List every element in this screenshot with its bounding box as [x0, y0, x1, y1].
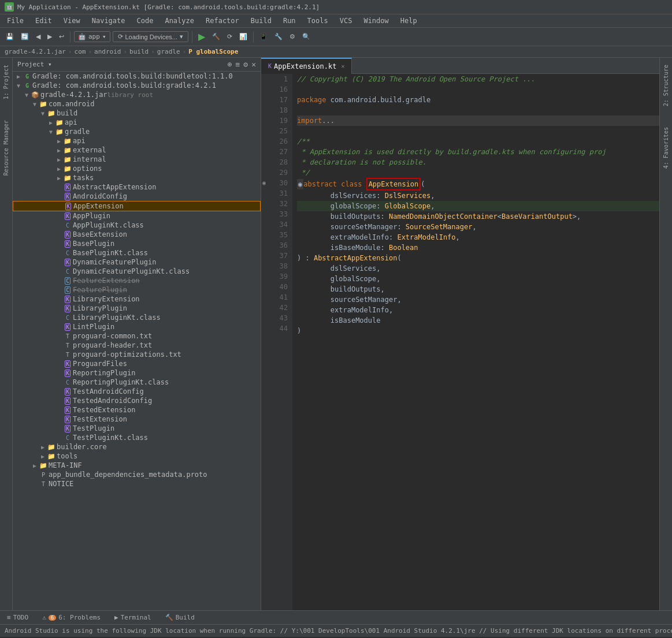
tree-item-FeatureExtension[interactable]: C FeatureExtension [13, 276, 261, 285]
menu-item-file[interactable]: File [5, 16, 26, 26]
settings-icon[interactable]: ⚙ [243, 60, 248, 69]
tree-item-BasePluginKt[interactable]: C BasePluginKt.class [13, 248, 261, 258]
tree-item-LibraryPluginKt[interactable]: C LibraryPluginKt.class [13, 313, 261, 322]
sdk-manager-btn[interactable]: 🔧 [272, 32, 285, 42]
tree-item-AppPlugin[interactable]: K AppPlugin [13, 211, 261, 221]
tree-item-META-INF[interactable]: ▶ 📁 META-INF [13, 461, 261, 470]
tree-item-bundletool[interactable]: ▶ G Gradle: com.android.tools.build:bund… [13, 72, 261, 81]
tree-item-AbstractAppExtension[interactable]: K AbstractAppExtension [13, 182, 261, 192]
todo-tab[interactable]: ≡ TODO [5, 614, 31, 621]
menu-item-build[interactable]: Build [248, 16, 274, 26]
tab-close-btn[interactable]: ✕ [341, 63, 344, 69]
toolbar-save-btn[interactable]: 💾 [3, 32, 16, 42]
tree-item-buildercore[interactable]: ▶ 📁 builder.core [13, 442, 261, 452]
tree-item-TestedAndroidConfig[interactable]: K TestedAndroidConfig [13, 396, 261, 405]
tree-item-api2[interactable]: ▶ 📁 api [13, 136, 261, 145]
bc-build[interactable]: build [129, 48, 148, 55]
tree-item-external[interactable]: ▶ 📁 external [13, 145, 261, 155]
app-dropdown[interactable]: 🤖 app ▾ [74, 31, 110, 42]
problems-tab[interactable]: ⚠ 6 6: Problems [40, 614, 103, 621]
menu-item-vcs[interactable]: VCS [337, 16, 355, 26]
tree-item-LibraryPlugin[interactable]: K LibraryPlugin [13, 304, 261, 313]
menu-item-tools[interactable]: Tools [305, 16, 331, 26]
tree-item-TestAndroidConfig[interactable]: K TestAndroidConfig [13, 387, 261, 396]
code-editor[interactable]: ◉ 1 16 17 18 19 25 26 27 28 29 30 31 32 … [261, 74, 659, 610]
menu-item-code[interactable]: Code [135, 16, 156, 26]
run-button[interactable]: ▶ [196, 30, 207, 43]
tree-item-proguard-optimizations[interactable]: T proguard-optimizations.txt [13, 350, 261, 359]
tree-item-proguard-header[interactable]: T proguard-header.txt [13, 341, 261, 350]
tree-item-ReportingPluginKt[interactable]: C ReportingPluginKt.class [13, 378, 261, 387]
problems-icon: ⚠ [42, 614, 46, 621]
tree-item-comandroid[interactable]: ▼ 📁 com.android [13, 99, 261, 109]
sidebar-tab-structure[interactable]: 2: Structure [662, 60, 670, 111]
menu-item-window[interactable]: Window [361, 16, 391, 26]
toolbar-forward-btn[interactable]: ▶ [45, 32, 54, 42]
tree-item-AndroidConfig[interactable]: K AndroidConfig [13, 192, 261, 201]
menu-item-analyze[interactable]: Analyze [162, 16, 196, 26]
tab-app-extension[interactable]: K AppExtension.kt ✕ [261, 58, 352, 74]
tree-label-LibraryPlugin: LibraryPlugin [73, 304, 127, 312]
debug-build-btn[interactable]: 🔨 [210, 32, 222, 42]
bc-class[interactable]: P globalScope [188, 48, 238, 55]
locate-file-icon[interactable]: ⊕ [228, 60, 232, 69]
menu-item-edit[interactable]: Edit [33, 16, 54, 26]
reload-btn[interactable]: ⟳ [225, 32, 235, 42]
collapse-all-icon[interactable]: ≡ [236, 60, 240, 69]
toolbar-back-btn[interactable]: ◀ [34, 32, 43, 42]
loading-devices-btn[interactable]: ⟳ Loading Devices... ▾ [113, 31, 189, 42]
tree-item-TestPlugin[interactable]: K TestPlugin [13, 424, 261, 433]
tree-item-DynamicFeaturePlugin[interactable]: K DynamicFeaturePlugin [13, 258, 261, 267]
bc-android[interactable]: android [94, 48, 121, 55]
tree-item-NOTICE[interactable]: T NOTICE [13, 479, 261, 488]
tree-item-TestedExtension[interactable]: K TestedExtension [13, 405, 261, 415]
menu-item-help[interactable]: Help [398, 16, 419, 26]
tree-item-gradle421[interactable]: ▼ G Gradle: com.android.tools.build:grad… [13, 81, 261, 90]
tree-label-AppPlugin: AppPlugin [73, 212, 110, 220]
tree-item-BaseExtension[interactable]: K BaseExtension [13, 230, 261, 239]
toolbar-sync-btn[interactable]: 🔄 [18, 32, 31, 42]
tree-item-TestExtension[interactable]: K TestExtension [13, 415, 261, 424]
tree-item-gradle421jar[interactable]: ▼ 📦 gradle-4.2.1.jar library root [13, 90, 261, 99]
sidebar-tab-project[interactable]: 1: Project [2, 60, 10, 104]
close-panel-icon[interactable]: ✕ [251, 60, 256, 69]
tree-item-ProguardFiles[interactable]: K ProguardFiles [13, 359, 261, 368]
menu-item-run[interactable]: Run [281, 16, 298, 26]
tree-item-AppExtension[interactable]: K AppExtension [13, 201, 261, 211]
tree-item-tasks[interactable]: ▶ 📁 tasks [13, 173, 261, 182]
tree-item-tools[interactable]: ▶ 📁 tools [13, 452, 261, 461]
tree-item-ReportingPlugin[interactable]: K ReportingPlugin [13, 368, 261, 378]
bc-gradle2[interactable]: gradle [157, 48, 180, 55]
tree-item-DynamicFeaturePluginKt[interactable]: C DynamicFeaturePluginKt.class [13, 267, 261, 276]
settings-btn[interactable]: ⚙ [287, 32, 298, 42]
bc-com[interactable]: com [75, 48, 86, 55]
tree-item-options[interactable]: ▶ 📁 options [13, 164, 261, 173]
tree-label-FeaturePlugin: FeaturePlugin [73, 286, 127, 294]
tree-item-gradle[interactable]: ▼ 📁 gradle [13, 127, 261, 136]
menu-item-navigate[interactable]: Navigate [90, 16, 128, 26]
device-manager-btn[interactable]: 📱 [257, 32, 270, 42]
tree-item-TestPluginKt[interactable]: C TestPluginKt.class [13, 433, 261, 442]
menu-item-refactor[interactable]: Refactor [203, 16, 242, 26]
tree-item-proguard-common[interactable]: T proguard-common.txt [13, 331, 261, 341]
toolbar-undo-btn[interactable]: ↩ [57, 32, 66, 42]
tree-label-FeatureExtension: FeatureExtension [73, 277, 140, 285]
tree-item-api[interactable]: ▶ 📁 api [13, 118, 261, 127]
bc-gradle[interactable]: gradle-4.2.1.jar [5, 48, 66, 55]
tree-item-app_bundle[interactable]: P app_bundle_dependencies_metadata.proto [13, 470, 261, 479]
tree-item-AppPluginKt[interactable]: C AppPluginKt.class [13, 221, 261, 230]
tree-item-BasePlugin[interactable]: K BasePlugin [13, 239, 261, 248]
sidebar-tab-favorites[interactable]: 4: Favorites [662, 122, 670, 173]
profile-btn[interactable]: 📊 [237, 32, 250, 42]
tree-item-LintPlugin[interactable]: K LintPlugin [13, 322, 261, 331]
terminal-tab[interactable]: ▶ Terminal [112, 614, 154, 621]
tree-item-LibraryExtension[interactable]: K LibraryExtension [13, 294, 261, 304]
tree-arrow: ▶ [39, 444, 46, 450]
build-tab[interactable]: 🔨 Build [163, 614, 197, 621]
search-btn[interactable]: 🔍 [300, 32, 313, 42]
sidebar-tab-resource-manager[interactable]: Resource Manager [2, 115, 10, 180]
menu-item-view[interactable]: View [61, 16, 83, 26]
tree-item-internal[interactable]: ▶ 📁 internal [13, 155, 261, 164]
tree-item-build[interactable]: ▼ 📁 build [13, 109, 261, 118]
tree-item-FeaturePlugin[interactable]: C FeaturePlugin [13, 285, 261, 294]
